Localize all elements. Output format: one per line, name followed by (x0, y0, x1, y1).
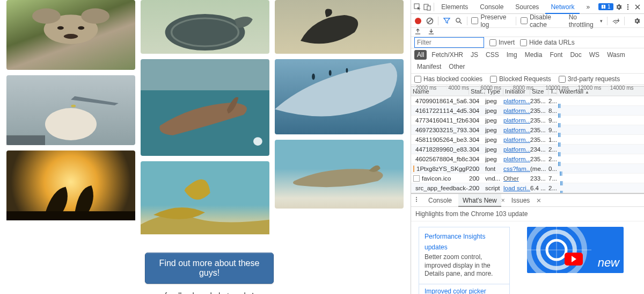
drawer-tab-whatsnew[interactable]: What's New (458, 194, 501, 207)
svg-point-27 (456, 18, 460, 22)
gallery-image[interactable] (141, 59, 269, 156)
third-party-checkbox[interactable]: 3rd-party requests (559, 75, 620, 83)
svg-rect-18 (427, 6, 430, 10)
svg-point-13 (312, 74, 315, 80)
drawer-highlight-text: Highlights from the Chrome 103 update (411, 207, 644, 221)
throttling-select[interactable]: No throttling ▾ (569, 13, 603, 28)
tab-console[interactable]: Console (474, 0, 509, 14)
gallery-image[interactable] (6, 150, 135, 220)
page-footer: Find out more about these guys! feedback… (145, 253, 274, 294)
close-drawer-icon[interactable]: × (536, 196, 541, 205)
table-row[interactable]: 41617221114_4d5...304jpegplatform...235.… (411, 106, 644, 116)
find-out-more-button[interactable]: Find out more about these guys! (145, 253, 274, 284)
type-chip-all[interactable]: All (414, 50, 427, 60)
svg-point-23 (627, 6, 629, 8)
kebab-menu-icon[interactable] (413, 196, 422, 204)
network-timeline[interactable]: 2000 ms4000 ms6000 ms8000 ms10000 ms1200… (411, 85, 644, 87)
whatsnew-video-thumb[interactable]: new (527, 227, 624, 273)
drawer-tab-issues[interactable]: Issues (507, 194, 535, 207)
svg-point-32 (416, 200, 417, 202)
gallery-image[interactable] (141, 161, 269, 234)
gallery-image[interactable] (6, 0, 135, 70)
network-table: Name Stat.. Type Initiator Size T.. Wate… (411, 87, 644, 193)
tab-network[interactable]: Network (545, 0, 580, 14)
svg-rect-9 (6, 211, 135, 220)
feedback-chat-label: feedback-and-chat works! (145, 291, 274, 294)
tab-elements[interactable]: Elements (436, 0, 473, 14)
svg-point-3 (57, 26, 64, 30)
import-har-icon[interactable] (414, 28, 421, 37)
settings-icon[interactable] (614, 1, 623, 13)
table-row[interactable]: 46025678804_fb8c...304jpegplatform...235… (411, 154, 644, 164)
blocked-cookies-checkbox[interactable]: Has blocked cookies (414, 75, 482, 83)
resource-type-filters: AllFetch/XHRJSCSSImgMediaFontDocWSWasmMa… (411, 48, 644, 74)
type-chip-doc[interactable]: Doc (567, 50, 584, 60)
drawer-content: Performance Insights updates Better zoom… (411, 221, 644, 294)
svg-point-7 (71, 105, 76, 107)
svg-point-22 (627, 4, 629, 5)
svg-rect-21 (603, 8, 604, 8)
clear-icon[interactable] (426, 17, 434, 25)
table-row[interactable]: 47734160411_f2b6...304jpegplatform...235… (411, 116, 644, 125)
type-chip-font[interactable]: Font (547, 50, 565, 60)
device-toolbar-icon[interactable] (423, 1, 431, 13)
drawer-tab-console[interactable]: Console (424, 194, 456, 207)
gallery-image[interactable] (275, 0, 404, 54)
issues-badge[interactable]: 1 (598, 3, 613, 10)
record-icon[interactable] (414, 17, 422, 25)
table-row[interactable]: src_app_feedback-...200scriptload scri..… (411, 183, 644, 193)
svg-rect-20 (603, 5, 604, 8)
svg-point-4 (78, 26, 84, 30)
blocked-requests-checkbox[interactable]: Blocked Requests (490, 75, 551, 83)
gallery-image[interactable] (141, 0, 269, 54)
svg-point-14 (329, 70, 332, 76)
devtools-tabstrip: Elements Console Sources Network » 1 (411, 0, 644, 14)
hide-data-urls-checkbox[interactable]: Hide data URLs (520, 39, 575, 46)
type-chip-manifest[interactable]: Manifest (414, 62, 444, 71)
close-devtools-icon[interactable] (633, 1, 642, 13)
svg-point-5 (64, 34, 78, 39)
table-row[interactable]: 47099018614_5a6...304jpegplatform...235.… (411, 96, 644, 106)
whatsnew-card[interactable]: Improved color picker (419, 284, 510, 294)
table-row[interactable]: 1Ptxg8zYS_SKggP...200fontcss?fam...(me..… (411, 164, 644, 174)
table-row[interactable]: 44718289960_e83...304jpegplatform...234.… (411, 145, 644, 154)
type-chip-img[interactable]: Img (504, 50, 520, 60)
svg-point-2 (81, 9, 109, 24)
type-chip-js[interactable]: JS (468, 50, 481, 60)
preserve-log-checkbox[interactable]: Preserve log (471, 13, 511, 28)
gallery-image[interactable] (275, 140, 404, 209)
type-chip-ws[interactable]: WS (587, 50, 602, 60)
tab-sources[interactable]: Sources (510, 0, 544, 14)
col-waterfall: Waterfall (557, 88, 644, 95)
export-har-icon[interactable] (428, 28, 435, 37)
settings-icon[interactable] (633, 17, 641, 25)
whatsnew-card[interactable]: Performance Insights updates Better zoom… (419, 227, 510, 284)
invert-checkbox[interactable]: Invert (489, 39, 515, 46)
filter-input[interactable] (414, 37, 484, 48)
table-row[interactable]: favicon.ico200vnd...Other233...7... (411, 174, 644, 183)
image-gallery (0, 0, 411, 234)
gallery-image[interactable] (6, 75, 135, 145)
type-chip-wasm[interactable]: Wasm (604, 50, 628, 60)
network-conditions-icon[interactable] (612, 17, 620, 25)
disable-cache-checkbox[interactable]: Disable cache (521, 13, 565, 28)
gallery-image[interactable] (275, 59, 404, 134)
svg-point-12 (253, 137, 262, 146)
search-icon[interactable] (455, 17, 462, 25)
type-chip-css[interactable]: CSS (483, 50, 502, 60)
page-content: Find out more about these guys! feedback… (0, 0, 411, 294)
type-chip-media[interactable]: Media (522, 50, 545, 60)
close-tab-icon[interactable]: × (501, 197, 505, 204)
file-type-icon (413, 166, 414, 172)
type-chip-other[interactable]: Other (446, 62, 467, 71)
inspect-icon[interactable] (413, 1, 422, 13)
kebab-menu-icon[interactable] (624, 1, 632, 13)
svg-line-26 (428, 19, 432, 23)
filter-icon[interactable] (443, 17, 450, 25)
network-toolbar-2 (411, 28, 644, 37)
svg-point-1 (32, 9, 61, 24)
table-row[interactable]: 45811905264_be3...304jpegplatform...235.… (411, 135, 644, 145)
type-chip-fetchxhr[interactable]: Fetch/XHR (429, 50, 466, 60)
table-row[interactable]: 46972303215_793...304jpegplatform...235.… (411, 125, 644, 135)
tab-more[interactable]: » (581, 0, 595, 14)
